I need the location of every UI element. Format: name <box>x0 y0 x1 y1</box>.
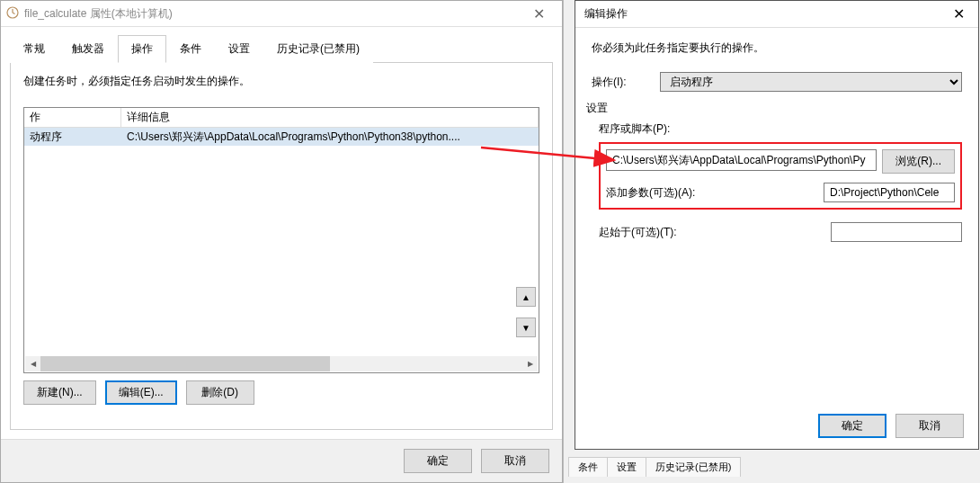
move-down-button[interactable]: ▼ <box>516 318 536 337</box>
action-label: 操作(I): <box>592 75 660 90</box>
startin-input[interactable] <box>831 222 962 242</box>
action-buttons-row: 新建(N)... 编辑(E)... 删除(D) <box>23 380 539 405</box>
edit-body: 你必须为此任务指定要执行的操作。 操作(I): 启动程序 设置 程序或脚本(P)… <box>575 28 978 403</box>
actions-table: 作 详细信息 动程序 C:\Users\郑兴涛\AppData\Local\Pr… <box>23 107 539 373</box>
instruction-text: 创建任务时，必须指定任务启动时发生的操作。 <box>23 74 539 89</box>
clock-icon <box>6 6 19 22</box>
script-input[interactable] <box>606 149 877 171</box>
tab-general[interactable]: 常规 <box>10 35 58 63</box>
script-label: 程序或脚本(P): <box>599 121 962 137</box>
edit-cancel-button[interactable]: 取消 <box>895 414 964 438</box>
delete-button[interactable]: 删除(D) <box>186 380 254 405</box>
scroll-left-button[interactable]: ◀ <box>25 356 40 371</box>
window-title: file_calculate 属性(本地计算机) <box>24 6 521 22</box>
chevron-up-icon: ▲ <box>521 292 530 302</box>
cell-detail: C:\Users\郑兴涛\AppData\Local\Programs\Pyth… <box>121 128 539 146</box>
edit-window-title: 编辑操作 <box>584 6 939 22</box>
args-row: 添加参数(可选)(A): <box>606 183 955 202</box>
highlighted-settings: 浏览(R)... 添加参数(可选)(A): <box>599 142 962 210</box>
header-operation[interactable]: 作 <box>24 108 121 128</box>
cell-operation: 动程序 <box>24 128 121 146</box>
tab-settings[interactable]: 设置 <box>215 35 263 63</box>
settings-group: 设置 程序或脚本(P): 浏览(R)... 添加参数(可选)(A): 起始于(可… <box>592 101 962 242</box>
scroll-thumb[interactable] <box>40 356 330 371</box>
new-button[interactable]: 新建(N)... <box>23 380 96 405</box>
scroll-right-button[interactable]: ▶ <box>522 356 538 371</box>
edit-close-button[interactable]: ✕ <box>939 2 978 27</box>
background-tabs: 条件 设置 历史记录(已禁用) <box>568 457 740 477</box>
edit-ok-button[interactable]: 确定 <box>818 414 886 438</box>
settings-label: 设置 <box>586 101 962 116</box>
edit-instruction: 你必须为此任务指定要执行的操作。 <box>592 40 962 56</box>
close-icon: ✕ <box>953 5 965 22</box>
properties-dialog: file_calculate 属性(本地计算机) ✕ 常规 触发器 操作 条件 … <box>0 0 563 483</box>
tab-triggers[interactable]: 触发器 <box>58 35 118 63</box>
table-row[interactable]: 动程序 C:\Users\郑兴涛\AppData\Local\Programs\… <box>24 128 539 146</box>
horizontal-scrollbar[interactable]: ◀ ▶ <box>25 356 538 371</box>
titlebar: file_calculate 属性(本地计算机) ✕ <box>1 1 562 27</box>
action-select[interactable]: 启动程序 <box>660 72 962 92</box>
scroll-track[interactable] <box>40 356 522 371</box>
close-icon: ✕ <box>533 5 545 22</box>
bg-tab-history[interactable]: 历史记录(已禁用) <box>646 457 741 477</box>
actions-container: 作 详细信息 动程序 C:\Users\郑兴涛\AppData\Local\Pr… <box>23 107 539 373</box>
chevron-down-icon: ▼ <box>521 323 530 333</box>
tab-conditions[interactable]: 条件 <box>166 35 215 63</box>
edit-action-dialog: 编辑操作 ✕ 你必须为此任务指定要执行的操作。 操作(I): 启动程序 设置 程… <box>575 0 979 450</box>
args-label: 添加参数(可选)(A): <box>606 185 824 201</box>
header-detail[interactable]: 详细信息 <box>121 108 539 128</box>
edit-button[interactable]: 编辑(E)... <box>105 380 177 405</box>
bg-tab-conditions[interactable]: 条件 <box>568 457 608 477</box>
browse-button[interactable]: 浏览(R)... <box>882 149 955 174</box>
startin-row: 起始于(可选)(T): <box>599 222 962 242</box>
tab-actions[interactable]: 操作 <box>118 35 166 63</box>
tab-history[interactable]: 历史记录(已禁用) <box>263 35 373 63</box>
args-input[interactable] <box>824 183 955 202</box>
edit-footer: 确定 取消 <box>575 403 978 449</box>
tab-strip: 常规 触发器 操作 条件 设置 历史记录(已禁用) <box>1 27 562 62</box>
table-header: 作 详细信息 <box>24 108 539 128</box>
cancel-button[interactable]: 取消 <box>481 449 549 473</box>
move-up-button[interactable]: ▲ <box>516 287 536 307</box>
ok-button[interactable]: 确定 <box>404 449 472 473</box>
action-row: 操作(I): 启动程序 <box>592 72 962 92</box>
script-row: 浏览(R)... <box>606 149 955 174</box>
bg-tab-settings[interactable]: 设置 <box>607 457 646 477</box>
background-strip <box>563 0 575 483</box>
startin-label: 起始于(可选)(T): <box>599 225 831 240</box>
tab-body: 创建任务时，必须指定任务启动时发生的操作。 作 详细信息 动程序 C:\User… <box>10 62 553 430</box>
edit-titlebar: 编辑操作 ✕ <box>575 1 978 28</box>
dialog-footer: 确定 取消 <box>1 439 562 482</box>
close-button[interactable]: ✕ <box>521 1 557 26</box>
